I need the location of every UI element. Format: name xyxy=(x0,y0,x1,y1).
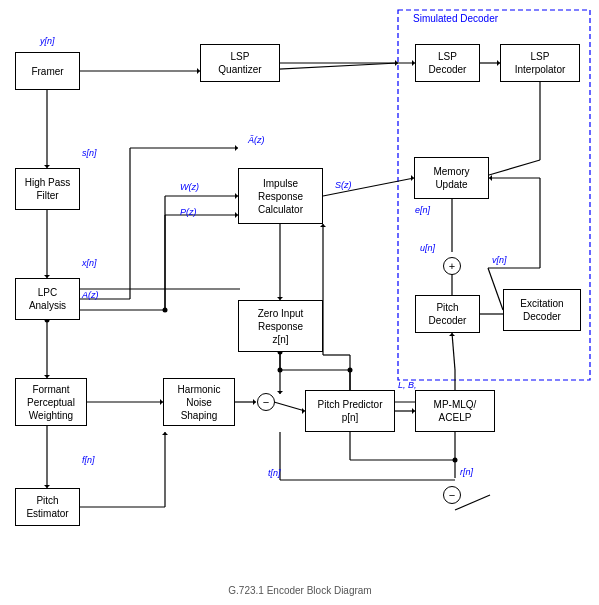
lsp-quantizer-label: LSPQuantizer xyxy=(218,50,261,76)
zero-input-label: Zero InputResponsez[n] xyxy=(258,307,304,346)
lpc-analysis-block: LPCAnalysis xyxy=(15,278,80,320)
diagram: Framer High PassFilter LPCAnalysis LSPQu… xyxy=(0,0,599,605)
memory-update-block: MemoryUpdate xyxy=(414,157,489,199)
sn-label: s[n] xyxy=(82,148,97,158)
svg-point-76 xyxy=(278,368,283,373)
svg-line-44 xyxy=(274,402,305,411)
svg-marker-49 xyxy=(277,391,283,394)
lsp-decoder-block: LSPDecoder xyxy=(415,44,480,82)
sz-label: S(z) xyxy=(335,180,352,190)
svg-marker-66 xyxy=(162,432,168,435)
libi-label: L, B, xyxy=(398,380,417,390)
pitch-predictor-block: Pitch Predictorp[n] xyxy=(305,390,395,432)
mp-mlq-label: MP-MLQ/ACELP xyxy=(434,398,477,424)
pitch-estimator-label: PitchEstimator xyxy=(26,494,68,520)
sum-r-circle: − xyxy=(443,486,461,504)
pitch-estimator-block: PitchEstimator xyxy=(15,488,80,526)
sum-minus-circle: − xyxy=(257,393,275,411)
impulse-response-block: ImpulseResponseCalculator xyxy=(238,168,323,224)
lsp-interpolator-label: LSPInterpolator xyxy=(515,50,566,76)
yn-label: y[n] xyxy=(40,36,55,46)
az-label: A(z) xyxy=(82,290,99,300)
impulse-response-label: ImpulseResponseCalculator xyxy=(258,177,303,216)
high-pass-filter-label: High PassFilter xyxy=(25,176,71,202)
excitation-decoder-label: ExcitationDecoder xyxy=(520,297,563,323)
wz-label: W(z) xyxy=(180,182,199,192)
mp-mlq-block: MP-MLQ/ACELP xyxy=(415,390,495,432)
framer-label: Framer xyxy=(31,65,63,78)
harmonic-noise-label: HarmonicNoiseShaping xyxy=(178,383,221,422)
un-label: u[n] xyxy=(420,243,435,253)
atz-label: Ã(z) xyxy=(248,135,265,145)
rn-label: r[n] xyxy=(460,467,473,477)
en-label: e[n] xyxy=(415,205,430,215)
formant-perceptual-label: FormantPerceptualWeighting xyxy=(27,383,75,422)
svg-marker-43 xyxy=(253,399,256,405)
high-pass-filter-block: High PassFilter xyxy=(15,168,80,210)
simulated-decoder-label: Simulated Decoder xyxy=(413,13,498,24)
formant-perceptual-block: FormantPerceptualWeighting xyxy=(15,378,87,426)
excitation-decoder-block: ExcitationDecoder xyxy=(503,289,581,331)
pitch-predictor-label: Pitch Predictorp[n] xyxy=(317,398,382,424)
memory-update-label: MemoryUpdate xyxy=(433,165,469,191)
svg-line-74 xyxy=(488,268,503,310)
svg-point-79 xyxy=(453,458,458,463)
sum-plus-circle: + xyxy=(443,257,461,275)
svg-point-77 xyxy=(163,308,168,313)
xn-label: x[n] xyxy=(82,258,97,268)
lsp-quantizer-block: LSPQuantizer xyxy=(200,44,280,82)
framer-block: Framer xyxy=(15,52,80,90)
svg-line-72 xyxy=(452,333,455,370)
zero-input-block: Zero InputResponsez[n] xyxy=(238,300,323,352)
svg-marker-73 xyxy=(449,333,455,336)
svg-point-75 xyxy=(348,368,353,373)
diagram-title: G.723.1 Encoder Block Diagram xyxy=(175,585,425,596)
fn-label: f[n] xyxy=(82,455,95,465)
svg-marker-70 xyxy=(320,224,326,227)
svg-marker-16 xyxy=(235,145,238,151)
harmonic-noise-block: HarmonicNoiseShaping xyxy=(163,378,235,426)
pz-label: P(z) xyxy=(180,207,197,217)
tn-label: t[n] xyxy=(268,468,281,478)
lsp-interpolator-block: LSPInterpolator xyxy=(500,44,580,82)
lpc-analysis-label: LPCAnalysis xyxy=(29,286,66,312)
svg-marker-28 xyxy=(489,175,492,181)
pitch-decoder-block: PitchDecoder xyxy=(415,295,480,333)
vn-label: v[n] xyxy=(492,255,507,265)
svg-line-30 xyxy=(489,160,540,175)
lsp-decoder-label: LSPDecoder xyxy=(429,50,467,76)
pitch-decoder-label: PitchDecoder xyxy=(429,301,467,327)
